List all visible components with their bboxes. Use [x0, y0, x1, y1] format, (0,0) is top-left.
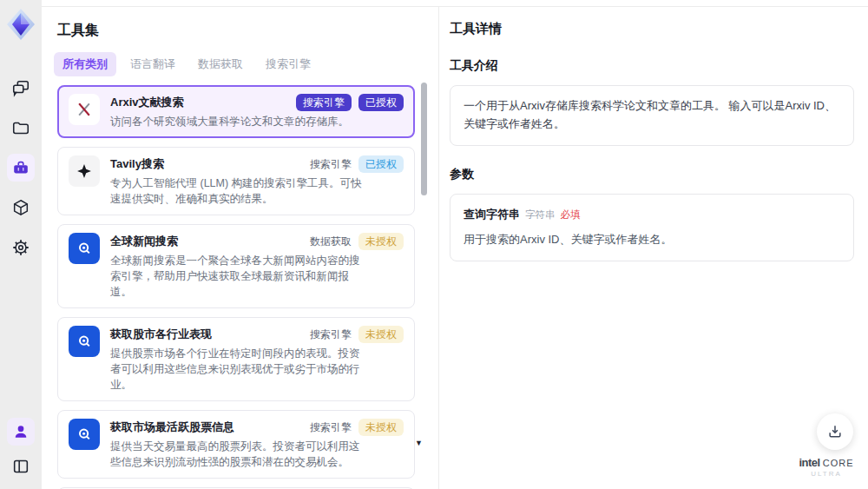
tool-description: 专为人工智能代理 (LLM) 构建的搜索引擎工具。可快速提供实时、准确和真实的结… [110, 175, 364, 207]
brand-intel-text: intel [799, 457, 819, 469]
sidebar-item-user[interactable] [7, 418, 35, 446]
tab-language-translation[interactable]: 语言翻译 [122, 52, 184, 76]
tool-description: 提供股票市场各个行业在特定时间段内的表现。投资者可以利用这些信息来识别表现优于或… [110, 346, 364, 393]
gear-icon [11, 238, 30, 257]
tavily-star-icon [69, 155, 100, 187]
auth-status-badge: 未授权 [358, 326, 404, 343]
tool-name: 获取市场最活跃股票信息 [110, 419, 234, 435]
category-tabs: 所有类别 语言翻译 数据获取 搜索引擎 [54, 52, 437, 76]
sidebar-item-toolbox[interactable] [7, 154, 35, 182]
search-app-icon [69, 326, 100, 357]
category-badge: 数据获取 [310, 233, 352, 250]
tool-name: 全球新闻搜索 [110, 233, 178, 249]
search-app-icon [69, 419, 100, 450]
sidebar-item-panel-toggle[interactable] [7, 453, 35, 480]
auth-status-badge: 已授权 [358, 94, 404, 111]
sidebar [0, 0, 42, 489]
download-icon [826, 423, 844, 440]
folder-icon [11, 118, 30, 137]
auth-status-badge: 未授权 [358, 233, 404, 250]
tool-name: 获取股市各行业表现 [110, 326, 212, 342]
tool-detail-panel: 工具详情 工具介绍 一个用于从Arxiv存储库搜索科学论文和文章的工具。 输入可… [438, 7, 868, 489]
param-box: 查询字符串 字符串 必填 用于搜索的Arxiv ID、关键字或作者姓名。 [450, 194, 854, 262]
tool-card-arxiv[interactable]: Arxiv文献搜索 搜索引擎 已授权 访问各个研究领域大量科学论文和文章的存储库… [57, 85, 415, 138]
tool-description: 提供当天交易量最高的股票列表。投资者可以利用这些信息来识别流动性强的股票和潜在的… [110, 439, 364, 470]
tool-card-tavily[interactable]: Tavily搜索 搜索引擎 已授权 专为人工智能代理 (LLM) 构建的搜索引擎… [57, 147, 415, 215]
tool-list-panel: 工具集 所有类别 语言翻译 数据获取 搜索引擎 Arxiv文献搜索 搜索引擎 已… [42, 7, 437, 489]
param-name: 查询字符串 [464, 206, 520, 224]
tab-search-engine[interactable]: 搜索引擎 [257, 52, 319, 76]
tool-name: Tavily搜索 [110, 155, 164, 172]
brand-core-text: CORE [823, 458, 854, 468]
category-badge: 搜索引擎 [310, 419, 352, 436]
user-icon [12, 423, 30, 440]
sidebar-item-settings[interactable] [7, 234, 35, 261]
list-scrollbar-thumb[interactable] [421, 83, 427, 195]
category-badge: 搜索引擎 [296, 94, 352, 111]
category-badge: 搜索引擎 [310, 326, 352, 343]
sidebar-item-files[interactable] [7, 114, 35, 142]
arxiv-logo-icon [69, 94, 100, 125]
tool-description: 访问各个研究领域大量科学论文和文章的存储库。 [110, 114, 364, 129]
tool-card-list: Arxiv文献搜索 搜索引擎 已授权 访问各个研究领域大量科学论文和文章的存储库… [57, 85, 415, 489]
page-title: 工具集 [57, 22, 437, 40]
toolbox-icon [11, 158, 30, 177]
scroll-down-arrow-icon[interactable]: ▼ [415, 439, 423, 447]
param-description: 用于搜索的Arxiv ID、关键字或作者姓名。 [464, 231, 840, 249]
detail-title: 工具详情 [450, 21, 854, 37]
brand-sub-text: ULTRA [795, 471, 858, 479]
download-button[interactable] [817, 413, 853, 450]
sidebar-item-models[interactable] [7, 194, 35, 221]
auth-status-badge: 未授权 [358, 419, 404, 436]
tool-card-global-news[interactable]: 全球新闻搜索 数据获取 未授权 全球新闻搜索是一个聚合全球各大新闻网站内容的搜索… [57, 224, 415, 308]
tab-all-categories[interactable]: 所有类别 [54, 52, 116, 76]
tab-data-acquisition[interactable]: 数据获取 [189, 52, 252, 76]
sidebar-item-chat[interactable] [7, 74, 35, 102]
app-logo-icon [6, 8, 36, 41]
tool-name: Arxiv文献搜索 [110, 94, 184, 110]
tool-description: 全球新闻搜索是一个聚合全球各大新闻网站内容的搜索引擎，帮助用户快速获取全球最新资… [110, 253, 364, 300]
param-type: 字符串 [525, 207, 556, 222]
intro-text: 一个用于从Arxiv存储库搜索科学论文和文章的工具。 输入可以是Arxiv ID… [464, 99, 836, 130]
intel-core-logo: intel CORE ULTRA [795, 457, 858, 479]
params-heading: 参数 [450, 167, 854, 182]
panel-toggle-icon [11, 457, 30, 476]
auth-status-badge: 已授权 [358, 155, 404, 173]
chat-icon [11, 78, 30, 97]
search-app-icon [69, 233, 100, 264]
tool-card-sector-performance[interactable]: 获取股市各行业表现 搜索引擎 未授权 提供股票市场各个行业在特定时间段内的表现。… [57, 317, 415, 401]
category-badge: 搜索引擎 [310, 155, 352, 173]
param-required-badge: 必填 [561, 207, 581, 222]
intro-box: 一个用于从Arxiv存储库搜索科学论文和文章的工具。 输入可以是Arxiv ID… [450, 85, 854, 146]
cube-icon [11, 198, 30, 217]
tool-card-active-stocks[interactable]: 获取市场最活跃股票信息 搜索引擎 未授权 提供当天交易量最高的股票列表。投资者可… [57, 410, 415, 479]
intro-heading: 工具介绍 [450, 58, 854, 74]
